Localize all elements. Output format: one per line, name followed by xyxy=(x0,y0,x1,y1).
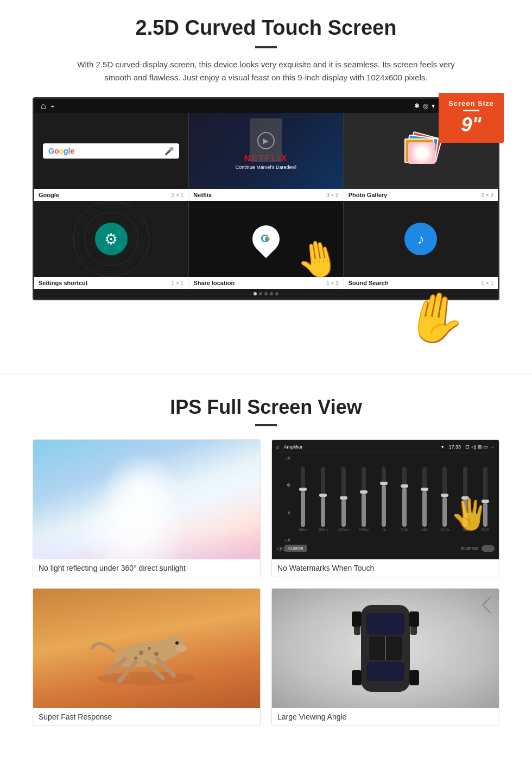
hand-touch-icon: 🤚 xyxy=(293,235,343,277)
sky-image xyxy=(33,440,260,559)
amp-label-10: 10 xyxy=(278,456,290,460)
settings-label-cell: Settings shortcut 1 × 1 xyxy=(34,277,188,289)
eq-label-7: 12.5k xyxy=(440,528,449,532)
sky-bottom-fade xyxy=(33,527,260,559)
usb-icon: ⌁ xyxy=(50,102,55,110)
netflix-app-size: 3 × 2 xyxy=(326,192,339,198)
eq-track-7[interactable] xyxy=(442,467,447,527)
eq-track-3[interactable] xyxy=(362,467,366,527)
svg-rect-25 xyxy=(352,670,362,685)
mic-icon[interactable]: 🎤 xyxy=(164,147,174,155)
settings-cell-inner: ⚙ xyxy=(34,201,188,277)
eq-handle-0[interactable] xyxy=(299,488,307,491)
app-grid-row2: ⚙ G xyxy=(34,201,498,277)
settings-app-name: Settings shortcut xyxy=(39,280,87,286)
title-underline xyxy=(255,46,277,48)
netflix-label-cell: Netflix 3 × 2 xyxy=(189,189,343,201)
app-cell-sound-search[interactable]: ♪ xyxy=(344,201,498,277)
maps-g-letter: G xyxy=(259,231,273,247)
share-location-label-cell: Share location 1 × 1 xyxy=(189,277,343,289)
photo-gallery-app-name: Photo Gallery xyxy=(349,192,388,198)
eq-handle-3[interactable] xyxy=(360,490,368,494)
external-hand-area: ✋ xyxy=(33,289,499,346)
feature-large-angle: Large Viewing Angle xyxy=(271,588,499,726)
eq-track-2[interactable] xyxy=(341,467,346,527)
amp-bottom-row: ◁◁ Custom loudness xyxy=(276,545,495,552)
share-location-app-size: 1 × 1 xyxy=(326,280,339,286)
share-location-inner: G 🤚 xyxy=(189,201,343,277)
svg-point-5 xyxy=(176,645,187,652)
svg-point-2 xyxy=(98,672,195,685)
eq-fill-4 xyxy=(382,485,386,527)
photo-gallery-label-cell: Photo Gallery 2 × 2 xyxy=(344,189,498,201)
app-cell-netflix[interactable]: ▶ NETFLIX Continue Marvel's Daredevil xyxy=(189,113,343,189)
eq-handle-1[interactable] xyxy=(319,494,327,497)
sun-glare xyxy=(101,452,182,533)
eq-handle-4[interactable] xyxy=(380,482,388,485)
amp-header: ⌂ Amplifier ▾ 17:33 ⊡ ◁) ⊠ ▭ → xyxy=(276,444,495,452)
netflix-person-area xyxy=(189,118,343,162)
amp-label-0: 0 xyxy=(278,510,290,515)
dot-1 xyxy=(254,292,257,295)
sound-bg: ♪ xyxy=(344,201,498,277)
eq-handle-2[interactable] xyxy=(340,496,347,500)
app-cell-google[interactable]: Google 🎤 xyxy=(34,113,188,189)
bg-circle-2 xyxy=(73,201,149,277)
screen-mockup: Screen Size 9" ⌂ ⌁ ✱ ◎ ▾ 15:06 ⊡ xyxy=(33,97,499,346)
eq-track-5[interactable] xyxy=(402,467,407,527)
section2-underline xyxy=(255,424,277,426)
eq-track-6[interactable] xyxy=(422,467,427,527)
svg-point-12 xyxy=(139,651,143,655)
dot-3 xyxy=(264,292,268,295)
amp-eq-area: 10 ⚙ 0 -10 60hz100hz200hz500hz1k2.5k10k1… xyxy=(276,456,495,542)
eq-track-4[interactable] xyxy=(382,467,386,527)
app-cell-share-location[interactable]: G 🤚 xyxy=(189,201,343,277)
settings-bg: ⚙ xyxy=(34,201,188,277)
home-icon[interactable]: ⌂ xyxy=(41,101,46,111)
amp-left-labels: 10 ⚙ 0 -10 xyxy=(276,456,293,542)
netflix-app-name: Netflix xyxy=(193,192,212,198)
app-cell-settings[interactable]: ⚙ xyxy=(34,201,188,277)
amp-custom-btn[interactable]: Custom xyxy=(285,545,307,552)
eq-bar-1: 100hz xyxy=(314,467,332,532)
svg-rect-19 xyxy=(366,662,404,681)
eq-handle-5[interactable] xyxy=(401,484,408,488)
large-angle-label: Large Viewing Angle xyxy=(272,708,499,726)
svg-point-13 xyxy=(148,647,151,650)
svg-line-28 xyxy=(483,597,491,605)
feature-no-watermarks: ⌂ Amplifier ▾ 17:33 ⊡ ◁) ⊠ ▭ → 10 ⚙ 0 -1… xyxy=(271,439,499,577)
sound-search-app-name: Sound Search xyxy=(349,280,389,286)
eq-handle-6[interactable] xyxy=(421,488,428,491)
eq-label-2: 200hz xyxy=(338,528,349,532)
features-grid: No light reflecting under 360° direct su… xyxy=(33,439,499,726)
eq-track-0[interactable] xyxy=(301,467,305,527)
amp-toggle[interactable] xyxy=(482,545,495,552)
app-label-row1: Google 3 × 1 Netflix 3 × 2 Photo Gallery… xyxy=(34,189,498,201)
gps-icon: ◎ xyxy=(423,102,428,110)
person-silhouette xyxy=(250,118,282,162)
google-search-bar[interactable]: Google 🎤 xyxy=(43,143,179,159)
amp-icons: ⊡ ◁) ⊠ ▭ → xyxy=(465,444,495,450)
eq-label-6: 10k xyxy=(421,528,427,532)
dot-2 xyxy=(259,292,262,295)
screen-size-badge: Screen Size 9" xyxy=(439,93,504,143)
sound-search-app-size: 1 × 1 xyxy=(481,280,493,286)
no-watermarks-label: No Watermarks When Touch xyxy=(272,559,499,577)
eq-label-4: 1k xyxy=(382,528,386,532)
svg-line-29 xyxy=(483,605,491,613)
feature-no-reflection: No light reflecting under 360° direct su… xyxy=(33,439,261,577)
eq-bar-5: 2.5k xyxy=(395,467,413,532)
section2-title: IPS Full Screen View xyxy=(33,396,499,419)
android-screen: ⌂ ⌁ ✱ ◎ ▾ 15:06 ⊡ ◁) ⊠ ▭ xyxy=(33,97,499,300)
netflix-bg: ▶ NETFLIX Continue Marvel's Daredevil xyxy=(189,113,343,189)
eq-bar-3: 500hz xyxy=(354,467,373,532)
angle-indicator xyxy=(472,594,493,618)
settings-app-size: 1 × 1 xyxy=(172,280,184,286)
amp-home-icon: ⌂ xyxy=(276,444,279,450)
eq-bar-0: 60hz xyxy=(294,467,312,532)
eq-track-1[interactable] xyxy=(321,467,325,527)
svg-point-15 xyxy=(154,652,159,656)
eq-label-5: 2.5k xyxy=(401,528,408,532)
feature-fast-response: Super Fast Response xyxy=(33,588,261,726)
eq-handle-7[interactable] xyxy=(441,494,448,497)
